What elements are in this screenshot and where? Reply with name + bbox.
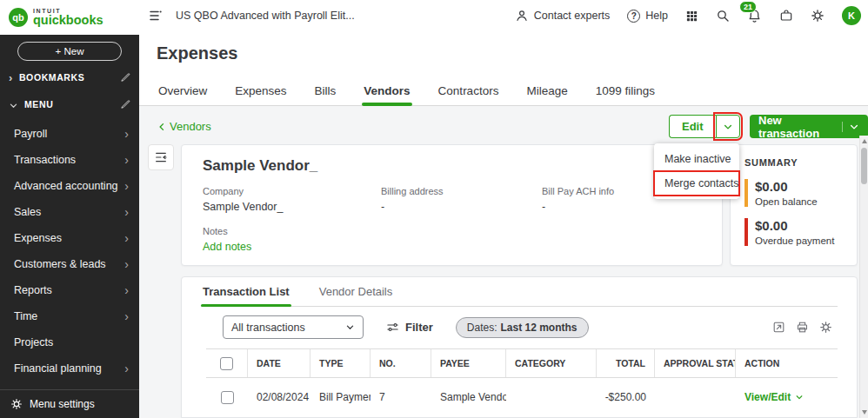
- tab-overview[interactable]: Overview: [157, 84, 209, 105]
- tab-bills[interactable]: Bills: [313, 84, 338, 105]
- edit-dropdown-toggle[interactable]: [716, 115, 740, 138]
- back-to-vendors-link[interactable]: Vendors: [157, 120, 211, 133]
- contact-experts-button[interactable]: Contact experts: [515, 9, 611, 23]
- tab-vendors[interactable]: Vendors: [362, 84, 411, 105]
- menu-settings-button[interactable]: Menu settings: [0, 389, 139, 418]
- chevron-right-icon: ›: [124, 180, 129, 192]
- edit-menu-icon[interactable]: [120, 99, 130, 109]
- collapse-panel-icon: [154, 150, 168, 164]
- sidebar-nav: Payroll › Transactions › Advanced accoun…: [0, 121, 139, 382]
- view-edit-label: View/Edit: [744, 391, 791, 403]
- apps-grid-icon[interactable]: [685, 10, 698, 23]
- transaction-tabs: Transaction List Vendor Details: [201, 277, 838, 307]
- sidebar-item-time[interactable]: Time ›: [0, 303, 139, 329]
- topbar: US QBO Advanced with Payroll Elit... Con…: [139, 0, 868, 31]
- filter-icon: [386, 321, 399, 334]
- scrollbar-thumb[interactable]: [861, 148, 867, 184]
- tab-contractors[interactable]: Contractors: [437, 84, 501, 105]
- dates-filter-chip[interactable]: Dates: Last 12 months: [456, 317, 589, 338]
- table-settings-gear-icon[interactable]: [819, 321, 832, 334]
- chevron-right-icon: ›: [124, 258, 129, 270]
- notes-field: Notes Add notes: [203, 226, 701, 253]
- help-button[interactable]: ? Help: [627, 10, 668, 23]
- transaction-type-select[interactable]: All transactions: [223, 315, 364, 339]
- notifications-bell-icon[interactable]: 21: [747, 9, 762, 23]
- sidebar-item-customers-leads[interactable]: Customers & leads ›: [0, 251, 139, 277]
- billing-address-value: -: [381, 201, 542, 213]
- export-icon[interactable]: [772, 321, 785, 334]
- chevron-down-icon: [9, 98, 18, 109]
- overdue-payment-label: Overdue payment: [755, 236, 843, 246]
- chevron-down-icon: [345, 322, 355, 332]
- select-all-checkbox[interactable]: [220, 357, 233, 370]
- sidebar-section-bookmarks[interactable]: › BOOKMARKS: [0, 66, 139, 89]
- chevron-right-icon: ›: [124, 206, 129, 218]
- new-button[interactable]: + New: [17, 42, 122, 61]
- company-name[interactable]: US QBO Advanced with Payroll Elit...: [176, 10, 355, 22]
- chevron-down-icon[interactable]: [842, 122, 859, 132]
- company-field: Company Sample Vendor_: [203, 186, 381, 213]
- briefcase-icon[interactable]: [779, 9, 793, 23]
- nav-collapse-icon[interactable]: [148, 8, 164, 23]
- menu-item-merge-contacts[interactable]: Merge contacts: [654, 171, 739, 196]
- sidebar-section-menu[interactable]: MENU: [0, 93, 139, 116]
- sidebar-item-advanced-accounting[interactable]: Advanced accounting ›: [0, 173, 139, 199]
- column-header-action[interactable]: ACTION: [736, 349, 816, 377]
- cell-category: [506, 378, 597, 416]
- settings-gear-icon[interactable]: [811, 9, 825, 23]
- back-link-label: Vendors: [170, 120, 211, 133]
- chevron-right-icon: ›: [124, 154, 129, 166]
- quickbooks-logo[interactable]: qb INTUIT quickbooks: [0, 0, 139, 35]
- sidebar-item-label: Advanced accounting: [14, 180, 118, 192]
- bookmarks-label: BOOKMARKS: [19, 72, 84, 83]
- tab-transaction-list[interactable]: Transaction List: [201, 285, 291, 306]
- vertical-scrollbar[interactable]: [859, 136, 868, 418]
- sidebar-item-projects[interactable]: Projects: [0, 329, 139, 355]
- chevron-down-icon: [723, 122, 733, 132]
- print-icon[interactable]: [796, 321, 809, 334]
- view-edit-link[interactable]: View/Edit: [744, 391, 804, 403]
- sidebar-item-sales[interactable]: Sales ›: [0, 199, 139, 225]
- chevron-right-icon: ›: [124, 310, 129, 322]
- menu-item-make-inactive[interactable]: Make inactive: [654, 147, 739, 171]
- sidebar-item-label: Customers & leads: [14, 258, 106, 270]
- edit-button[interactable]: Edit: [669, 115, 716, 138]
- tab-1099-filings[interactable]: 1099 filings: [594, 84, 657, 105]
- tab-expenses[interactable]: Expenses: [233, 84, 288, 105]
- row-checkbox[interactable]: [221, 391, 234, 404]
- column-header-no[interactable]: NO.: [371, 349, 431, 377]
- filter-button[interactable]: Filter: [386, 321, 433, 334]
- tab-mileage[interactable]: Mileage: [524, 84, 569, 105]
- collapse-panel-button[interactable]: [148, 144, 174, 170]
- column-header-type[interactable]: TYPE: [310, 349, 371, 377]
- search-icon[interactable]: [716, 9, 730, 23]
- sidebar-item-label: Reports: [14, 284, 52, 296]
- sidebar-item-reports[interactable]: Reports ›: [0, 277, 139, 303]
- sidebar-item-label: Payroll: [14, 128, 47, 140]
- sidebar-item-label: Financial planning: [14, 362, 102, 375]
- sidebar-item-expenses[interactable]: Expenses ›: [0, 225, 139, 251]
- scroll-down-arrow-icon[interactable]: [862, 410, 867, 415]
- user-avatar[interactable]: K: [842, 6, 861, 25]
- sidebar-item-transactions[interactable]: Transactions ›: [0, 147, 139, 173]
- new-transaction-button[interactable]: New transaction: [750, 115, 868, 138]
- add-notes-link[interactable]: Add notes: [203, 241, 701, 253]
- column-header-payee[interactable]: PAYEE: [431, 349, 506, 377]
- tab-vendor-details[interactable]: Vendor Details: [317, 285, 395, 306]
- table-row: 02/08/2024 Bill Payment 7 Sample Vendor_…: [206, 378, 838, 416]
- summary-title: SUMMARY: [744, 157, 843, 168]
- column-header-date[interactable]: DATE: [248, 349, 310, 377]
- sidebar-item-payroll[interactable]: Payroll ›: [0, 121, 139, 147]
- sidebar: qb INTUIT quickbooks + New › BOOKMARKS M…: [0, 0, 139, 418]
- column-header-category[interactable]: CATEGORY: [506, 349, 597, 377]
- sidebar-item-financial-planning[interactable]: Financial planning ›: [0, 355, 139, 382]
- scroll-up-arrow-icon[interactable]: [862, 139, 867, 143]
- column-header-total[interactable]: TOTAL: [597, 349, 655, 377]
- chevron-right-icon: ›: [124, 284, 129, 296]
- chevron-right-icon: ›: [9, 72, 13, 83]
- edit-bookmarks-icon[interactable]: [120, 72, 130, 83]
- column-header-approval-status[interactable]: APPROVAL STATUS: [655, 349, 736, 377]
- sidebar-item-label: Sales: [14, 206, 41, 218]
- cell-date: 02/08/2024: [248, 378, 310, 416]
- open-balance-amount: $0.00: [755, 179, 843, 194]
